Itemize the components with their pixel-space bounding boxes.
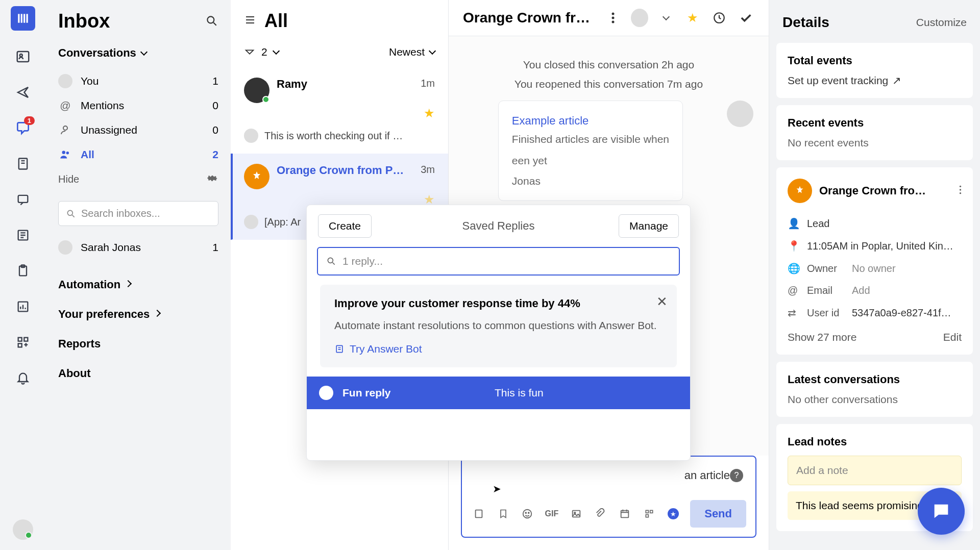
app-icon[interactable] xyxy=(642,506,657,521)
svg-rect-12 xyxy=(18,338,22,341)
svg-point-35 xyxy=(960,189,961,190)
people-icon xyxy=(58,147,72,162)
reports-link[interactable]: Reports xyxy=(58,329,218,359)
assignee-dropdown[interactable] xyxy=(657,9,675,27)
email-icon: @ xyxy=(788,285,800,296)
send-icon[interactable] xyxy=(13,83,33,102)
user-avatar[interactable] xyxy=(13,519,33,540)
messages-icon[interactable]: 1 xyxy=(13,118,33,138)
avatar-icon xyxy=(244,215,258,229)
customize-link[interactable]: Customize xyxy=(916,16,967,29)
inbox-title: Inbox xyxy=(58,10,218,32)
avatar-icon xyxy=(244,129,258,143)
preferences-link[interactable]: Your preferences xyxy=(58,299,218,329)
user-card: Orange Crown fro… 👤Lead 📍11:05AM in Popl… xyxy=(776,167,973,355)
try-answer-bot-link[interactable]: Try Answer Bot xyxy=(334,343,663,355)
location-icon: 📍 xyxy=(788,240,800,252)
svg-point-19 xyxy=(67,210,72,215)
star-badge-icon[interactable]: ★ xyxy=(666,506,681,521)
svg-rect-31 xyxy=(646,510,648,513)
reply-search-input[interactable]: 1 reply... xyxy=(317,247,680,276)
chat-icon[interactable] xyxy=(13,190,33,209)
svg-rect-32 xyxy=(650,510,652,513)
sidebar-item-all[interactable]: All 2 xyxy=(58,142,218,167)
menu-icon[interactable] xyxy=(244,14,256,28)
calendar-icon[interactable] xyxy=(617,506,632,521)
sidebar-teammate[interactable]: Sarah Jonas 1 xyxy=(58,235,218,260)
open-filter[interactable]: 2 xyxy=(244,46,279,58)
create-button[interactable]: Create xyxy=(318,214,372,238)
svg-point-25 xyxy=(523,510,532,518)
composer: an article ? GIF ★ Send xyxy=(461,456,756,538)
notifications-icon[interactable] xyxy=(13,368,33,388)
event-tracking-link[interactable]: Set up event tracking ↗ xyxy=(788,74,962,87)
contacts-icon[interactable] xyxy=(13,47,33,66)
snooze-icon[interactable] xyxy=(710,9,728,27)
external-icon: ↗ xyxy=(892,74,901,87)
about-link[interactable]: About xyxy=(58,359,218,388)
image-icon[interactable] xyxy=(569,506,584,521)
hide-link[interactable]: Hide xyxy=(58,173,79,185)
edit-link[interactable]: Edit xyxy=(943,331,962,343)
search-inboxes-input[interactable]: Search inboxes... xyxy=(58,201,218,226)
sidebar-item-you[interactable]: You 1 xyxy=(58,69,218,93)
conversation-title: Orange Crown fr… xyxy=(463,10,595,26)
details-panel: Details Customize Total events Set up ev… xyxy=(769,0,980,550)
saved-reply-item[interactable]: Fun reply This is fun xyxy=(307,377,690,409)
svg-rect-30 xyxy=(621,511,629,518)
events-card: Total events Set up event tracking ↗ xyxy=(776,43,973,98)
star-icon[interactable]: ★ xyxy=(684,9,701,27)
sidebar-item-unassigned[interactable]: Unassigned 0 xyxy=(58,118,218,142)
article-link[interactable]: Example article xyxy=(512,114,589,127)
clipboard-icon[interactable] xyxy=(13,261,33,281)
analytics-icon[interactable] xyxy=(13,297,33,316)
manage-button[interactable]: Manage xyxy=(619,214,679,238)
bookmark-icon[interactable] xyxy=(496,506,511,521)
chevron-down-icon xyxy=(273,47,280,55)
note-icon[interactable] xyxy=(471,506,486,521)
user-avatar xyxy=(788,179,812,203)
articles-icon[interactable] xyxy=(13,154,33,173)
close-icon[interactable]: ✕ xyxy=(656,294,668,310)
add-note-input[interactable]: Add a note xyxy=(788,456,962,485)
svg-point-34 xyxy=(960,186,961,187)
gif-icon[interactable]: GIF xyxy=(544,506,559,521)
conversations-header[interactable]: Conversations xyxy=(58,46,218,60)
svg-point-26 xyxy=(526,512,527,513)
add-email-link[interactable]: Add xyxy=(852,285,870,296)
answer-bot-promo: ✕ Improve your customer response time by… xyxy=(320,285,677,367)
search-icon[interactable] xyxy=(205,10,218,32)
show-more-link[interactable]: Show 27 more xyxy=(788,331,856,343)
more-icon[interactable] xyxy=(959,185,962,197)
svg-rect-14 xyxy=(18,343,22,347)
apps-icon[interactable] xyxy=(13,333,33,352)
automation-link[interactable]: Automation xyxy=(58,270,218,299)
conversation-item[interactable]: Ramy 1m ★ This is worth checking out if … xyxy=(231,67,448,154)
inbox-sidebar: Inbox Conversations You 1 @Mentions 0 Un… xyxy=(46,0,231,550)
hide-row: Hide xyxy=(58,167,218,192)
close-conversation-icon[interactable] xyxy=(737,9,754,27)
svg-point-37 xyxy=(328,258,333,263)
sort-dropdown[interactable]: Newest xyxy=(389,46,435,58)
svg-point-36 xyxy=(960,192,961,194)
svg-rect-3 xyxy=(27,14,28,22)
book-icon[interactable] xyxy=(13,226,33,245)
svg-point-21 xyxy=(612,17,615,19)
chevron-down-icon xyxy=(429,47,436,55)
owner-icon: 🌐 xyxy=(788,262,800,274)
svg-rect-24 xyxy=(475,510,482,518)
emoji-icon[interactable] xyxy=(520,506,535,521)
help-icon[interactable]: ? xyxy=(730,469,743,482)
chevron-right-icon xyxy=(154,310,161,317)
sidebar-item-mentions[interactable]: @Mentions 0 xyxy=(58,93,218,118)
svg-rect-2 xyxy=(23,14,25,22)
composer-content[interactable]: an article xyxy=(684,469,730,482)
assignee-avatar[interactable] xyxy=(631,9,648,27)
intercom-launcher[interactable] xyxy=(918,488,965,535)
app-logo[interactable] xyxy=(11,6,35,31)
svg-rect-0 xyxy=(18,14,19,22)
more-icon[interactable] xyxy=(604,9,622,27)
gear-icon[interactable] xyxy=(206,172,218,187)
attachment-icon[interactable] xyxy=(593,506,608,521)
send-button[interactable]: Send xyxy=(690,500,746,528)
